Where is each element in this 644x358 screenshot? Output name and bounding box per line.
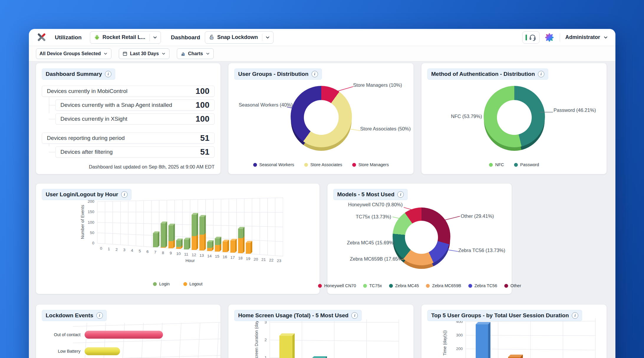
summary-row-label: Devices after filtering — [60, 149, 113, 155]
summary-row: Devices currently with a Snap Agent inst… — [55, 99, 215, 111]
legend-dot — [363, 284, 367, 288]
legend-item[interactable]: Password — [514, 162, 539, 167]
legend-label: Zebra MC659B — [432, 283, 461, 288]
svg-text:Out of contact: Out of contact — [54, 332, 80, 337]
summary-row: Devices currently in MobiControl 100 — [42, 86, 215, 97]
login-logout-card: User Login/Logout by Hour i 050100150200… — [36, 184, 319, 294]
svg-text:18: 18 — [238, 256, 243, 260]
legend-item[interactable]: Zebra MC659B — [426, 283, 461, 288]
headset-icon — [529, 34, 536, 41]
legend-item[interactable]: Other — [504, 283, 521, 288]
device-groups-filter-label: All Device Groups Selected — [39, 51, 101, 56]
svg-text:7: 7 — [154, 250, 157, 254]
donut-callout: Zebra MC659B (17.65%) — [350, 256, 404, 262]
summary-row-value: 51 — [200, 147, 210, 157]
legend-item[interactable]: Honeywell CN70 — [318, 283, 356, 288]
auth-method-card: Method of Authentication - Distribution … — [421, 63, 607, 174]
app-window: Utilization Rocket Retail L... Dashboard — [29, 29, 615, 358]
login-logout-chart: 0501001502000123456789101112131415161718… — [36, 184, 319, 294]
info-icon[interactable]: i — [538, 71, 544, 77]
legend-item[interactable]: Zebra MC45 — [389, 283, 419, 288]
chevron-down-icon — [265, 35, 270, 40]
svg-text:21: 21 — [261, 257, 266, 262]
calendar-icon — [122, 51, 128, 56]
svg-text:Time (day(s)): Time (day(s)) — [442, 330, 447, 356]
svg-text:200: 200 — [456, 346, 463, 351]
view-mode-filter[interactable]: Charts — [177, 48, 214, 59]
card-title: Top 5 User Groups - by Total User Sessio… — [427, 310, 582, 321]
legend-dot — [153, 282, 157, 286]
divider — [149, 34, 150, 41]
svg-text:150: 150 — [88, 210, 94, 214]
info-icon[interactable]: i — [105, 71, 111, 77]
info-icon[interactable]: i — [96, 312, 103, 319]
legend-item[interactable]: Zebra TC56 — [468, 283, 497, 288]
callout-leader-line — [487, 118, 496, 119]
date-range-filter[interactable]: Last 30 Days — [119, 48, 169, 59]
legend-item[interactable]: Seasonal Workers — [253, 162, 294, 167]
card-title: Dashboard Summary i — [42, 68, 115, 80]
card-title: User Login/Logout by Hour i — [42, 189, 131, 200]
ai-assistant-button[interactable] — [544, 32, 554, 42]
legend-label: Store Associates — [310, 162, 342, 167]
date-range-filter-label: Last 30 Days — [130, 51, 159, 56]
legend-dot — [426, 284, 430, 288]
card-title-text: Home Screen Usage (Total) - 5 Most Used — [238, 312, 348, 319]
auth-method-donut-chart — [484, 86, 545, 147]
info-icon[interactable]: i — [121, 191, 128, 198]
dashboard-dropdown-label: Snap Lockdown — [217, 34, 258, 40]
app-header: Utilization Rocket Retail L... Dashboard — [29, 29, 615, 46]
svg-text:12: 12 — [192, 253, 196, 257]
info-icon[interactable]: i — [312, 71, 318, 77]
legend-item[interactable]: TC75x — [363, 283, 382, 288]
dashboard-dropdown[interactable]: Snap Lockdown — [205, 31, 274, 44]
donut-callout: Zebra MC45 (15.69%) — [347, 240, 395, 246]
chart-legend: Login Logout — [36, 282, 319, 286]
info-icon[interactable]: i — [572, 312, 578, 319]
last-updated-text: Dashboard last updated on Sep 8th, 2025 … — [42, 164, 215, 170]
svg-text:4: 4 — [131, 248, 133, 253]
legend-label: Logout — [190, 282, 202, 286]
donut-callout: Honeywell CN70 (9.80%) — [348, 202, 403, 207]
card-title-text: Lockdown Events — [46, 312, 93, 319]
card-title: Models - 5 Most Used i — [333, 189, 408, 200]
legend-item[interactable]: Logout — [183, 282, 202, 286]
legend-item[interactable]: Store Associates — [304, 162, 342, 167]
legend-label: Store Managers — [358, 162, 389, 167]
donut-callout: Zebra TC56 (13.73%) — [458, 248, 505, 253]
donut-callout: Seasonal Workers (40%) — [239, 102, 293, 108]
donut-callout: Store Managers (10%) — [353, 82, 402, 88]
donut-callout: NFC (53.79%) — [451, 114, 482, 119]
card-title-text: Top 5 User Groups - by Total User Sessio… — [431, 312, 569, 319]
svg-text:17: 17 — [230, 255, 235, 260]
svg-text:14: 14 — [207, 254, 212, 258]
summary-nested-rows: Devices after filtering 51 — [55, 146, 215, 158]
chevron-down-icon — [205, 51, 210, 56]
legend-dot — [468, 284, 472, 288]
xsight-logo-icon — [36, 32, 47, 43]
donut-callout: Other (29.41%) — [461, 213, 494, 219]
status-bar-indicator — [526, 35, 527, 40]
svg-text:16: 16 — [223, 255, 227, 259]
svg-text:19: 19 — [246, 256, 250, 261]
user-groups-card: User Groups - Distribution i Store Manag… — [228, 63, 414, 174]
svg-text:23: 23 — [277, 259, 281, 263]
card-title: User Groups - Distribution i — [234, 68, 322, 80]
device-group-dropdown-label: Rocket Retail L... — [103, 34, 145, 40]
summary-row: Devices reporting during period 51 — [42, 133, 215, 144]
user-menu[interactable]: Administrator — [565, 34, 608, 40]
svg-text:0: 0 — [100, 246, 102, 251]
device-groups-filter[interactable]: All Device Groups Selected — [36, 48, 111, 59]
bar-chart-icon — [180, 51, 186, 56]
donut-callout: TC75x (13.73%) — [356, 214, 391, 220]
summary-row-label: Devices currently in XSight — [60, 116, 127, 122]
legend-item[interactable]: Login — [153, 282, 169, 286]
summary-nested-rows: Devices currently with a Snap Agent inst… — [55, 99, 215, 125]
legend-item[interactable]: NFC — [489, 162, 504, 167]
info-icon[interactable]: i — [397, 191, 404, 198]
support-button[interactable] — [522, 31, 540, 44]
info-icon[interactable]: i — [351, 312, 358, 319]
device-group-dropdown[interactable]: Rocket Retail L... — [90, 31, 161, 44]
legend-item[interactable]: Store Managers — [352, 162, 389, 167]
summary-row-value: 100 — [195, 114, 210, 124]
